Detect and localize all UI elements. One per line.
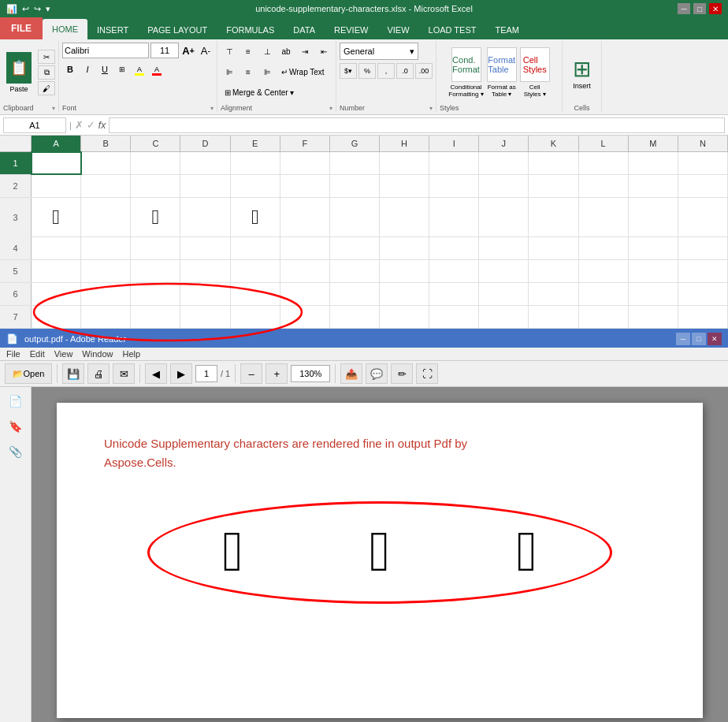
cell-C5[interactable] (131, 260, 180, 282)
col-header-A[interactable]: A (32, 136, 81, 151)
cell-N3[interactable] (678, 198, 728, 237)
cell-B3[interactable] (81, 198, 131, 237)
copy-button[interactable]: ⧉ (38, 65, 55, 80)
tab-page-layout[interactable]: PAGE LAYOUT (138, 20, 217, 39)
cell-B4[interactable] (81, 237, 131, 259)
cell-M2[interactable] (629, 175, 678, 197)
cell-H6[interactable] (380, 283, 429, 305)
cell-I4[interactable] (429, 237, 479, 259)
col-header-J[interactable]: J (479, 136, 529, 151)
redo-btn[interactable]: ↪ (34, 4, 41, 14)
cell-F1[interactable] (280, 152, 330, 174)
cell-F3[interactable] (280, 198, 330, 237)
cell-G3[interactable] (330, 198, 380, 237)
top-align-button[interactable]: ⊤ (221, 43, 238, 60)
center-align-button[interactable]: ≡ (240, 63, 257, 80)
cancel-formula-button[interactable]: ✗ (75, 119, 84, 131)
alignment-expand-icon[interactable]: ▾ (329, 105, 332, 112)
cell-D4[interactable] (180, 237, 230, 259)
cell-B2[interactable] (81, 175, 131, 197)
cell-L1[interactable] (579, 152, 629, 174)
cell-E1[interactable] (231, 152, 280, 174)
cell-E3[interactable]: 𠀅 (231, 198, 280, 237)
pdf-menu-view[interactable]: View (54, 349, 73, 359)
pdf-menu-edit[interactable]: Edit (30, 349, 45, 359)
cell-K2[interactable] (529, 175, 578, 197)
col-header-G[interactable]: G (330, 136, 380, 151)
cell-B5[interactable] (81, 260, 131, 282)
cell-E6[interactable] (231, 283, 280, 305)
cell-H5[interactable] (380, 260, 429, 282)
pdf-email-button[interactable]: ✉ (113, 363, 135, 384)
indent-decrease-button[interactable]: ⇤ (315, 43, 332, 60)
conditional-formatting-button[interactable]: Cond.Format ConditionalFormatting ▾ (448, 47, 483, 98)
font-color-button[interactable]: A (149, 61, 165, 77)
cell-M1[interactable] (629, 152, 678, 174)
right-align-button[interactable]: ⊫ (258, 63, 276, 80)
pdf-open-button[interactable]: 📂 Open (5, 363, 52, 384)
pdf-menu-file[interactable]: File (6, 349, 20, 359)
orient-button[interactable]: ab (277, 43, 295, 60)
format-as-table-button[interactable]: FormatTable Format asTable ▾ (487, 47, 517, 98)
cell-H1[interactable] (380, 152, 429, 174)
cell-G7[interactable] (330, 306, 380, 328)
pdf-maximize-button[interactable]: □ (692, 333, 706, 345)
cell-I3[interactable] (429, 198, 479, 237)
bold-button[interactable]: B (62, 61, 78, 77)
pdf-page-input[interactable] (195, 365, 217, 382)
cell-K3[interactable] (529, 198, 578, 237)
cell-F7[interactable] (280, 306, 330, 328)
cell-K5[interactable] (529, 260, 578, 282)
italic-button[interactable]: I (80, 61, 95, 77)
cell-J2[interactable] (479, 175, 529, 197)
clipboard-expand-icon[interactable]: ▾ (52, 105, 55, 112)
col-header-H[interactable]: H (380, 136, 429, 151)
cell-H7[interactable] (380, 306, 429, 328)
col-header-E[interactable]: E (231, 136, 280, 151)
underline-button[interactable]: U (97, 61, 113, 77)
cut-button[interactable]: ✂ (38, 50, 55, 64)
cell-E7[interactable] (231, 306, 280, 328)
decimal-increase-button[interactable]: .0 (396, 63, 414, 79)
cell-E4[interactable] (231, 237, 280, 259)
cell-G5[interactable] (330, 260, 380, 282)
pdf-close-button[interactable]: ✕ (708, 333, 722, 345)
tab-review[interactable]: REVIEW (325, 20, 377, 39)
pdf-zoom-in-button[interactable]: + (266, 363, 288, 384)
cell-C3[interactable]: 𠀃 (131, 198, 180, 237)
cell-M3[interactable] (629, 198, 678, 237)
col-header-L[interactable]: L (579, 136, 629, 151)
cell-M7[interactable] (629, 306, 678, 328)
left-align-button[interactable]: ⊫ (221, 63, 238, 80)
cell-J1[interactable] (479, 152, 529, 174)
tab-formulas[interactable]: FORMULAS (217, 20, 284, 39)
indent-increase-button[interactable]: ⇥ (296, 43, 314, 60)
pdf-comment-button[interactable]: 💬 (366, 363, 388, 384)
wrap-text-button[interactable]: ↵ Wrap Text (277, 63, 329, 80)
cell-A5[interactable] (32, 260, 81, 282)
col-header-N[interactable]: N (678, 136, 728, 151)
fill-color-button[interactable]: A (132, 61, 147, 77)
cell-D1[interactable] (180, 152, 230, 174)
cell-K6[interactable] (529, 283, 578, 305)
cell-N4[interactable] (678, 237, 728, 259)
pdf-menu-window[interactable]: Window (82, 349, 113, 359)
cell-J3[interactable] (479, 198, 529, 237)
row-num-7[interactable]: 7 (0, 306, 32, 328)
dollar-button[interactable]: $▾ (340, 63, 357, 79)
pdf-zoom-input[interactable] (291, 365, 330, 382)
tab-view[interactable]: VIEW (377, 20, 418, 39)
tab-file[interactable]: FILE (0, 17, 43, 39)
cell-F4[interactable] (280, 237, 330, 259)
cell-M6[interactable] (629, 283, 678, 305)
maximize-button[interactable]: □ (693, 3, 706, 14)
minimize-button[interactable]: ─ (678, 3, 690, 14)
font-name-input[interactable] (62, 43, 149, 58)
cell-I7[interactable] (429, 306, 479, 328)
cell-B1[interactable] (81, 152, 131, 174)
cell-L5[interactable] (579, 260, 629, 282)
cell-B7[interactable] (81, 306, 131, 328)
cell-C4[interactable] (131, 237, 180, 259)
row-num-3[interactable]: 3 (0, 198, 32, 237)
pdf-menu-help[interactable]: Help (122, 349, 140, 359)
